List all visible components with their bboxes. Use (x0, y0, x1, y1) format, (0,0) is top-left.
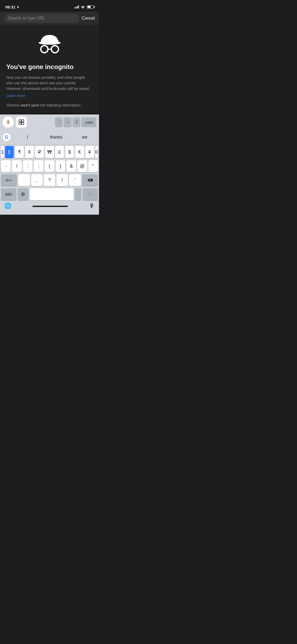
symbol-row: - / : ; ( ) & @ " (0, 159, 99, 173)
toolbar-special: : - / .com (29, 117, 96, 127)
key-question[interactable]: ? (44, 174, 55, 186)
key-go[interactable]: Go (83, 188, 98, 200)
wont-save-text: Chrome won't save the following informat… (6, 103, 81, 107)
time-label: 09:31 (5, 5, 15, 9)
key-euro[interactable]: € (75, 146, 84, 158)
home-indicator (32, 206, 68, 207)
search-input-container[interactable] (4, 14, 79, 23)
key-at[interactable]: @ (77, 160, 87, 172)
key-0[interactable]: 0 (95, 146, 98, 158)
key-colon[interactable]: : (23, 160, 32, 172)
svg-rect-10 (22, 122, 24, 125)
globe-button[interactable]: 🌐 (4, 203, 11, 209)
key-dot[interactable]: . (75, 188, 81, 200)
key-open-paren[interactable]: ( (45, 160, 54, 172)
key-won[interactable]: ₩ (45, 146, 54, 158)
delete-icon (87, 178, 93, 182)
key-bitcoin[interactable]: ₿ (5, 146, 14, 158)
keyboard-toolbar: : - / .com (0, 114, 99, 130)
svg-rect-9 (19, 122, 21, 125)
key-fwd-slash[interactable]: / (12, 160, 21, 172)
bottom-key-row: ABC ⚙ . Go (0, 187, 99, 201)
incognito-icon (35, 33, 64, 58)
grid-icon (18, 119, 24, 125)
incognito-icon-container (6, 33, 93, 58)
svg-point-3 (41, 46, 47, 52)
key-1[interactable]: 1 (1, 146, 4, 158)
autocomplete-bar: G I thanks we (0, 130, 99, 145)
address-bar: Cancel (0, 12, 99, 25)
autocomplete-i[interactable]: I (13, 133, 42, 142)
battery-icon (87, 5, 94, 9)
dash-key[interactable]: - (64, 117, 72, 127)
mic-button[interactable] (3, 117, 14, 128)
google-g-icon: G (2, 133, 11, 141)
grid-button[interactable] (16, 117, 27, 128)
key-yen[interactable]: ¥ (85, 146, 94, 158)
key-cent[interactable]: ¢ (25, 146, 34, 158)
wifi-icon (81, 5, 85, 9)
toolbar-left (3, 117, 27, 128)
key-pound[interactable]: £ (55, 146, 64, 158)
search-input[interactable] (8, 16, 75, 21)
keyboard[interactable]: : - / .com G I thanks we 1 ₿ ₹ ¢ ₽ ₩ £ $… (0, 114, 99, 215)
key-ruble[interactable]: ₽ (35, 146, 44, 158)
incognito-content: You've gone incognito Now you can browse… (0, 25, 99, 113)
dotcom-key[interactable]: .com (81, 117, 96, 127)
autocomplete-we[interactable]: we (70, 133, 99, 142)
incognito-description: Now you can browse privately, and other … (6, 75, 93, 91)
mic-keyboard-button[interactable]: 🎙 (89, 203, 95, 209)
keyboard-bottom: 🌐 🎙 (0, 201, 99, 215)
svg-point-4 (52, 46, 58, 52)
key-comma[interactable]: , (31, 174, 43, 186)
cancel-button[interactable]: Cancel (82, 16, 95, 21)
function-row: #+= . , ? ! ' (0, 173, 99, 187)
learn-more-link[interactable]: Learn more (6, 94, 25, 98)
key-exclaim[interactable]: ! (56, 174, 68, 186)
key-rupee[interactable]: ₹ (15, 146, 24, 158)
key-quote[interactable]: " (88, 160, 98, 172)
key-settings[interactable]: ⚙ (18, 188, 29, 200)
key-semicolon[interactable]: ; (34, 160, 43, 172)
colon-key[interactable]: : (55, 117, 63, 127)
key-space[interactable] (30, 188, 73, 200)
wont-save-bold: won't save (21, 103, 39, 107)
location-icon (16, 5, 20, 8)
svg-rect-8 (22, 120, 24, 122)
svg-rect-7 (19, 120, 21, 122)
status-time: 09:31 (5, 5, 20, 9)
autocomplete-thanks[interactable]: thanks (42, 133, 70, 142)
incognito-title: You've gone incognito (6, 63, 93, 71)
svg-point-6 (7, 120, 9, 121)
key-apostrophe[interactable]: ' (69, 174, 81, 186)
key-period[interactable]: . (18, 174, 30, 186)
key-close-paren[interactable]: ) (56, 160, 65, 172)
key-minus[interactable]: - (1, 160, 11, 172)
currency-row: 1 ₿ ₹ ¢ ₽ ₩ £ $ € ¥ 0 (0, 145, 99, 159)
key-dollar[interactable]: $ (65, 146, 74, 158)
key-ampersand[interactable]: & (67, 160, 76, 172)
status-bar: 09:31 (0, 0, 99, 12)
signal-icon (74, 5, 79, 8)
google-mic-icon (5, 119, 11, 125)
status-icons (74, 5, 94, 9)
key-abc[interactable]: ABC (1, 188, 16, 200)
slash-key[interactable]: / (73, 117, 80, 127)
key-hashplus[interactable]: #+= (1, 174, 17, 186)
google-autocomplete-icon: G (0, 131, 13, 144)
delete-key[interactable] (82, 174, 98, 186)
